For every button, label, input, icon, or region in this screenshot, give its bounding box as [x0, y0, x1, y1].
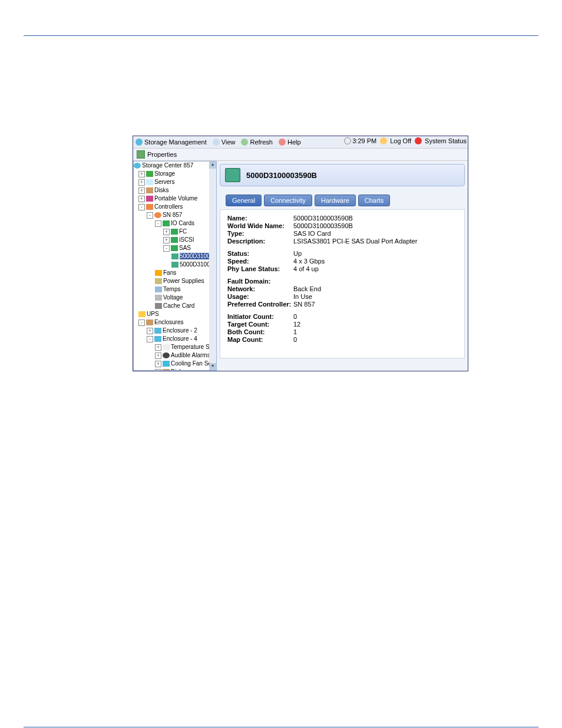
fans-icon	[155, 270, 162, 276]
expand-icon[interactable]: +	[138, 171, 145, 177]
cooling-icon	[163, 361, 170, 367]
tree-item[interactable]: 5000D310000	[134, 261, 216, 269]
enclosure-icon	[154, 328, 161, 334]
app-window: Storage Management View Refresh Help 3:2…	[133, 136, 468, 371]
expand-icon[interactable]: +	[163, 229, 170, 235]
property-value: 4 of 4 up	[293, 265, 319, 272]
property-value: 4 x 3 Gbps	[293, 258, 325, 265]
enclosure-icon	[154, 336, 161, 342]
collapse-icon[interactable]: -	[147, 212, 153, 219]
property-value: Back End	[293, 285, 321, 292]
view-menu[interactable]: View	[213, 139, 236, 146]
property-value: 1	[293, 328, 297, 335]
main-panel: 5000D3100003590B General Connectivity Ha…	[217, 161, 468, 371]
property-row: Type:SAS IO Card	[227, 230, 457, 237]
system-status-button[interactable]: System Status	[415, 137, 467, 144]
tab-bar: General Connectivity Hardware Charts	[226, 195, 465, 206]
expand-icon[interactable]: +	[147, 328, 153, 334]
tree-item[interactable]: Voltage	[134, 294, 216, 302]
temp-sensor-icon	[163, 344, 170, 350]
tree-item[interactable]: +Portable Volume	[134, 195, 216, 203]
tree-item[interactable]: +Temperature Sensors	[134, 343, 216, 351]
tree-item[interactable]: -SAS	[134, 244, 216, 252]
scroll-down-icon[interactable]: ▾	[209, 363, 216, 370]
expand-icon[interactable]: +	[155, 344, 161, 351]
servers-icon	[146, 179, 153, 185]
tree-item[interactable]: +Cooling Fan Sensors	[134, 360, 216, 368]
port-icon	[171, 262, 178, 268]
property-value: Up	[293, 250, 302, 257]
tree-item[interactable]: +Disks	[134, 368, 216, 371]
tree-item[interactable]: -IO Cards	[134, 219, 216, 228]
magnifier-icon	[213, 139, 220, 146]
refresh-button[interactable]: Refresh	[241, 139, 273, 146]
property-row: Speed:4 x 3 Gbps	[227, 258, 457, 265]
property-row: Target Count:12	[227, 321, 457, 328]
tree-item[interactable]: -Controllers	[134, 203, 216, 211]
property-label: Initiator Count:	[227, 313, 293, 320]
expand-icon[interactable]: +	[138, 187, 145, 194]
collapse-icon[interactable]: -	[155, 220, 161, 227]
tree-item[interactable]: +Disks	[134, 186, 216, 195]
properties-icon	[137, 150, 145, 159]
tree-item[interactable]: -Enclosure - 4	[134, 335, 216, 343]
tree-root[interactable]: Storage Center 857	[134, 162, 216, 170]
tree-item-selected[interactable]: 5000D310000	[134, 252, 216, 261]
expand-icon[interactable]: +	[155, 353, 161, 359]
tree-item[interactable]: +Enclosure - 2	[134, 327, 216, 335]
property-value: 12	[293, 321, 300, 328]
tree-item[interactable]: Power Supplies	[134, 277, 216, 285]
tree-item[interactable]: -SN 857	[134, 211, 216, 219]
logoff-icon	[380, 137, 387, 144]
scroll-up-icon[interactable]: ▴	[209, 162, 216, 169]
tree-item[interactable]: Fans	[134, 269, 216, 277]
tree-item[interactable]: +Servers	[134, 178, 216, 186]
tree-item[interactable]: +FC	[134, 228, 216, 236]
help-menu[interactable]: Help	[279, 139, 301, 146]
expand-icon[interactable]: +	[155, 369, 161, 371]
properties-bar[interactable]: Properties	[133, 149, 468, 161]
logoff-button[interactable]: Log Off	[380, 137, 411, 144]
tab-general[interactable]: General	[226, 195, 262, 206]
tab-hardware[interactable]: Hardware	[315, 195, 356, 206]
collapse-icon[interactable]: -	[138, 319, 145, 326]
property-row: Name:5000D3100003590B	[227, 215, 457, 222]
tab-charts[interactable]: Charts	[358, 195, 390, 206]
power-icon	[155, 278, 162, 284]
nav-tree[interactable]: ▴▾ Storage Center 857 +Storage +Servers …	[133, 161, 217, 371]
expand-icon[interactable]: +	[163, 237, 170, 243]
tab-connectivity[interactable]: Connectivity	[264, 195, 312, 206]
collapse-icon[interactable]: -	[163, 245, 170, 252]
sas-icon	[171, 245, 178, 251]
tree-item[interactable]: +Audible Alarms	[134, 351, 216, 360]
tree-scrollbar[interactable]: ▴▾	[209, 162, 216, 370]
tree-item[interactable]: Temps	[134, 285, 216, 294]
ups-icon	[138, 311, 146, 317]
clock-icon	[344, 137, 351, 144]
expand-icon[interactable]: +	[138, 196, 145, 202]
tree-item[interactable]: -Enclosures	[134, 318, 216, 327]
expand-icon[interactable]: +	[155, 361, 161, 367]
expand-icon[interactable]: +	[138, 179, 145, 186]
collapse-icon[interactable]: -	[147, 336, 153, 342]
collapse-icon[interactable]: -	[138, 204, 145, 210]
property-label: Both Count:	[227, 328, 293, 335]
alarm-icon	[163, 353, 170, 358]
property-label: Usage:	[227, 293, 293, 300]
object-title: 5000D3100003590B	[246, 171, 317, 180]
disks-icon	[163, 369, 170, 371]
tree-item[interactable]: UPS	[134, 310, 216, 318]
portable-icon	[146, 196, 153, 202]
property-row: World Wide Name:5000D3100003590B	[227, 222, 457, 229]
property-label: Preferred Controller:	[227, 301, 293, 308]
property-row: Phy Lane Status:4 of 4 up	[227, 265, 457, 272]
tree-item[interactable]: +iSCSI	[134, 236, 216, 244]
main-toolbar: Storage Management View Refresh Help 3:2…	[133, 136, 468, 149]
storage-mgmt-menu[interactable]: Storage Management	[135, 139, 207, 146]
tree-item[interactable]: +Storage	[134, 170, 216, 178]
property-label: Network:	[227, 285, 293, 292]
property-label: Description:	[227, 238, 293, 245]
property-label: Fault Domain:	[227, 278, 293, 285]
tree-item[interactable]: Cache Card	[134, 302, 216, 310]
property-row: Preferred Controller:SN 857	[227, 301, 457, 308]
